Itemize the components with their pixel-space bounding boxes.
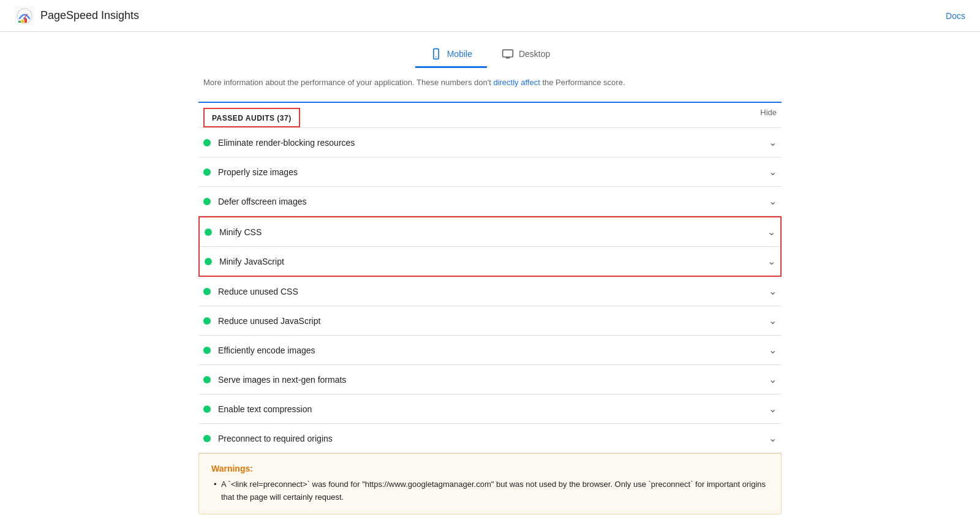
hide-button[interactable]: Hide xyxy=(760,108,777,117)
svg-rect-5 xyxy=(21,20,24,23)
audit-item-minify-css[interactable]: Minify CSS ⌄ xyxy=(200,217,780,247)
green-dot-icon xyxy=(203,198,211,205)
warning-box: Warnings: A `<link rel=preconnect>` was … xyxy=(198,453,782,514)
tab-desktop[interactable]: Desktop xyxy=(487,42,565,68)
green-dot-icon xyxy=(203,435,211,442)
passed-audits-header-row: PASSED AUDITS (37) Hide xyxy=(198,103,782,127)
info-text-after: the Performance score. xyxy=(540,78,625,87)
audit-item-serve-images-nextgen[interactable]: Serve images in next-gen formats ⌄ xyxy=(198,365,782,394)
green-dot-icon xyxy=(203,317,211,325)
pagespeed-logo-icon xyxy=(15,6,34,26)
audit-item-reduce-unused-css[interactable]: Reduce unused CSS ⌄ xyxy=(198,277,782,306)
app-title: PageSpeed Insights xyxy=(40,9,139,22)
green-dot-icon xyxy=(203,168,211,176)
audit-label: Reduce unused JavaScript xyxy=(218,316,320,326)
audit-item-efficiently-encode-images[interactable]: Efficiently encode images ⌄ xyxy=(198,336,782,365)
chevron-down-icon: ⌄ xyxy=(769,285,777,297)
chevron-down-icon: ⌄ xyxy=(769,137,777,148)
svg-rect-9 xyxy=(503,50,513,57)
chevron-down-icon: ⌄ xyxy=(767,255,775,267)
audit-item-reduce-unused-javascript[interactable]: Reduce unused JavaScript ⌄ xyxy=(198,306,782,336)
minify-group: Minify CSS ⌄ Minify JavaScript ⌄ xyxy=(198,216,782,277)
warning-text: A `<link rel=preconnect>` was found for … xyxy=(221,480,766,502)
chevron-down-icon: ⌄ xyxy=(769,374,777,385)
audit-item-eliminate-render-blocking[interactable]: Eliminate render-blocking resources ⌄ xyxy=(198,128,782,157)
desktop-icon xyxy=(502,48,514,60)
audit-label: Properly size images xyxy=(218,167,298,177)
audit-label: Serve images in next-gen formats xyxy=(218,375,346,385)
audit-label: Eliminate render-blocking resources xyxy=(218,138,355,148)
audit-label: Minify JavaScript xyxy=(219,257,284,266)
main-content: More information about the performance o… xyxy=(184,68,796,520)
audit-label: Preconnect to required origins xyxy=(218,434,333,443)
audit-label: Efficiently encode images xyxy=(218,345,315,355)
tab-mobile-label: Mobile xyxy=(447,49,472,59)
info-bar: More information about the performance o… xyxy=(198,78,782,87)
audit-item-enable-text-compression[interactable]: Enable text compression ⌄ xyxy=(198,394,782,424)
chevron-down-icon: ⌄ xyxy=(769,344,777,356)
passed-audits-title: PASSED AUDITS (37) xyxy=(212,114,292,122)
app-header: PageSpeed Insights Docs xyxy=(0,0,980,32)
warning-list-item: A `<link rel=preconnect>` was found for … xyxy=(211,478,769,504)
svg-rect-4 xyxy=(18,21,21,23)
info-text-before: More information about the performance o… xyxy=(203,78,493,87)
audit-item-minify-javascript[interactable]: Minify JavaScript ⌄ xyxy=(200,247,780,276)
warning-title: Warnings: xyxy=(211,464,769,473)
green-dot-icon xyxy=(203,139,211,146)
audit-item-defer-offscreen-images[interactable]: Defer offscreen images ⌄ xyxy=(198,187,782,216)
svg-rect-6 xyxy=(24,18,27,23)
audit-label: Defer offscreen images xyxy=(218,197,306,206)
logo-area: PageSpeed Insights xyxy=(15,6,139,26)
directly-affect-link[interactable]: directly affect xyxy=(493,78,540,87)
chevron-down-icon: ⌄ xyxy=(767,226,775,238)
tab-desktop-label: Desktop xyxy=(519,49,550,59)
green-dot-icon xyxy=(205,228,212,236)
audit-item-properly-size-images[interactable]: Properly size images ⌄ xyxy=(198,157,782,187)
audit-list: Eliminate render-blocking resources ⌄ Pr… xyxy=(198,127,782,453)
passed-audits-title-box: PASSED AUDITS (37) xyxy=(203,108,300,127)
tabs-container: Mobile Desktop xyxy=(0,32,980,68)
chevron-down-icon: ⌄ xyxy=(769,166,777,178)
green-dot-icon xyxy=(203,347,211,354)
audit-item-preconnect-required-origins[interactable]: Preconnect to required origins ⌄ xyxy=(198,424,782,453)
green-dot-icon xyxy=(203,405,211,413)
audit-label: Enable text compression xyxy=(218,404,312,414)
green-dot-icon xyxy=(205,258,212,265)
chevron-down-icon: ⌄ xyxy=(769,195,777,207)
audit-label: Reduce unused CSS xyxy=(218,287,298,296)
mobile-icon xyxy=(430,48,442,60)
warning-list: A `<link rel=preconnect>` was found for … xyxy=(211,478,769,504)
chevron-down-icon: ⌄ xyxy=(769,432,777,444)
green-dot-icon xyxy=(203,376,211,383)
docs-link[interactable]: Docs xyxy=(946,11,965,21)
svg-rect-7 xyxy=(434,49,439,59)
chevron-down-icon: ⌄ xyxy=(769,315,777,326)
audit-label: Minify CSS xyxy=(219,227,262,237)
tab-mobile[interactable]: Mobile xyxy=(415,42,487,68)
green-dot-icon xyxy=(203,288,211,295)
svg-point-8 xyxy=(435,56,437,58)
chevron-down-icon: ⌄ xyxy=(769,403,777,415)
